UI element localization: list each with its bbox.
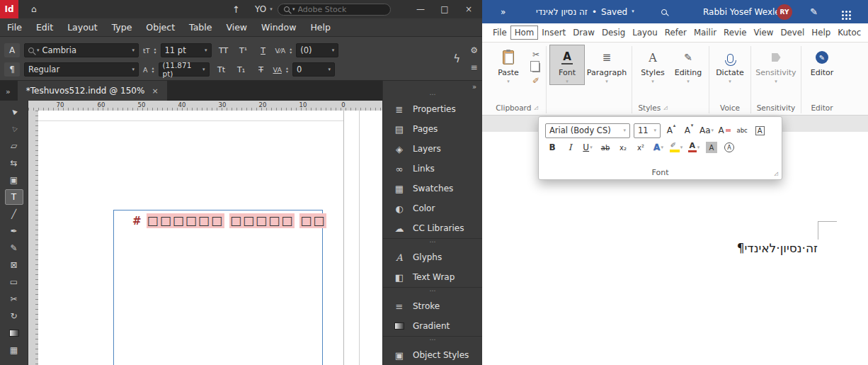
menu-file[interactable]: File — [0, 18, 29, 36]
tool-rectangle[interactable]: ▭ — [5, 274, 23, 290]
workspace-switcher[interactable]: YO ▾ — [255, 0, 273, 18]
editing-button[interactable]: ✎ Editing ▾ — [670, 45, 706, 85]
editor-button[interactable]: ✎ Editor — [804, 45, 840, 78]
tool-pen[interactable]: ✒ — [5, 223, 23, 239]
tool-scissors[interactable]: ✂ — [5, 291, 23, 307]
panel-properties[interactable]: ≣Properties — [383, 99, 482, 119]
tab-insert[interactable]: Insert — [538, 26, 569, 39]
dock-collapse-icon[interactable]: » — [472, 83, 476, 91]
character-formatting-icon[interactable]: A — [4, 43, 20, 57]
tab-close-icon[interactable]: × — [152, 86, 158, 96]
leading-stepper[interactable]: ▴▾ — [152, 66, 154, 73]
font-button[interactable]: A Font ▾ — [549, 45, 585, 85]
menu-table[interactable]: Table — [182, 18, 219, 36]
gear-icon[interactable]: ⚙ — [470, 45, 478, 55]
panel-glyphs[interactable]: AGlyphs — [383, 247, 482, 267]
superscript-button[interactable]: T¹ — [236, 43, 251, 57]
paste-button[interactable]: Paste ▾ — [491, 45, 526, 85]
grow-font-button[interactable]: A▴ — [664, 123, 678, 138]
tool-type[interactable]: T — [5, 189, 23, 205]
minimize-button[interactable]: — — [413, 4, 428, 14]
tracking-stepper[interactable]: ▴▾ — [286, 66, 288, 73]
sensitivity-button[interactable]: Sensitivity ▾ — [754, 45, 798, 85]
all-caps-button[interactable]: TT — [216, 43, 232, 57]
subscript-button[interactable]: x₂ — [616, 140, 630, 155]
panel-color[interactable]: ◐Color — [383, 198, 482, 218]
word-search[interactable] — [661, 0, 667, 23]
font-color-button[interactable]: A▾ — [687, 140, 701, 155]
font-family-combo[interactable]: ▾ Cambria ▾ — [24, 43, 139, 57]
tracking-combo[interactable]: 0 ▾ — [292, 62, 335, 77]
panel-links[interactable]: ∞Links — [383, 159, 482, 179]
font-size-stepper[interactable]: ▴▾ — [154, 47, 156, 54]
document-canvas[interactable]: # □□□□□□ □□□□□ □□ — [38, 111, 382, 365]
italic-button[interactable]: I — [563, 140, 577, 155]
panel-swatches[interactable]: ▦Swatches — [383, 179, 482, 198]
underline-button[interactable]: T — [256, 43, 271, 57]
clear-formatting-button[interactable]: A — [717, 123, 731, 138]
share-icon[interactable]: ↑ — [232, 0, 240, 18]
tab-draw[interactable]: Draw — [569, 26, 598, 39]
font-size-combo[interactable]: 11 pt ▾ — [161, 43, 212, 57]
dock-grip[interactable]: ⋯ — [383, 92, 482, 99]
underline-button[interactable]: U▾ — [581, 140, 595, 155]
tab-layout[interactable]: Layou — [629, 26, 661, 39]
menu-help[interactable]: Help — [303, 18, 338, 36]
vertical-ruler[interactable] — [28, 111, 38, 365]
menu-object[interactable]: Object — [139, 18, 182, 36]
subscript-button[interactable]: T₁ — [234, 62, 249, 77]
adobe-sensei-icon[interactable]: ϟ — [453, 52, 460, 65]
format-painter-button[interactable]: ✐ — [532, 76, 539, 86]
panel-object-styles[interactable]: ▣Object Styles — [383, 345, 482, 365]
text-effects-button[interactable]: A▾ — [651, 140, 666, 155]
font-dialog-launcher-icon[interactable]: ◿ — [775, 171, 778, 176]
strikethrough-button[interactable]: ab — [598, 140, 612, 155]
panel-text-wrap[interactable]: ◧Text Wrap — [383, 267, 482, 287]
strikethrough-button[interactable]: T — [253, 62, 269, 77]
paragraph-formatting-icon[interactable]: ¶ — [4, 62, 20, 77]
tool-direct-selection[interactable]: ▷ — [5, 121, 23, 137]
tool-line[interactable]: ╱ — [5, 206, 23, 222]
menu-type[interactable]: Type — [105, 18, 139, 36]
tab-help[interactable]: Help — [808, 26, 834, 39]
panel-pages[interactable]: ▤Pages — [383, 119, 482, 139]
menu-layout[interactable]: Layout — [60, 18, 105, 36]
phonetic-guide-button[interactable]: abc — [735, 123, 749, 138]
font-size-combo[interactable]: 11 ▾ — [634, 123, 661, 138]
tool-pencil[interactable]: ✎ — [5, 240, 23, 256]
panel-menu-icon[interactable]: ≡ — [471, 62, 478, 72]
account-name[interactable]: Rabbi Yosef Wexler — [703, 0, 784, 23]
tab-references[interactable]: Refer — [661, 26, 690, 39]
tool-selection[interactable]: ▶ — [5, 104, 23, 120]
highlight-button[interactable]: ▾ — [669, 140, 683, 155]
apps-grid-icon[interactable] — [842, 0, 844, 23]
titlebar-chevrons-icon[interactable]: » — [501, 0, 506, 23]
document-tab[interactable]: *Teshuvos512.indd @ 150% × — [18, 81, 167, 101]
account-avatar[interactable]: RY — [777, 0, 792, 23]
superscript-button[interactable]: x² — [634, 140, 648, 155]
shrink-font-button[interactable]: A▾ — [682, 123, 696, 138]
font-name-combo[interactable]: Arial (Body CS) ▾ — [545, 123, 630, 138]
dictate-button[interactable]: Dictate ▾ — [712, 45, 748, 85]
panel-cc-libraries[interactable]: ☁CC Libraries — [383, 218, 482, 238]
shading-button[interactable]: A — [704, 140, 719, 155]
menu-window[interactable]: Window — [254, 18, 303, 36]
document-title-area[interactable]: זה נסיון לאינדי • Saved ▾ — [536, 0, 634, 23]
tool-swatch[interactable]: ▦ — [5, 342, 23, 358]
menu-edit[interactable]: Edit — [29, 18, 60, 36]
paragraph-button[interactable]: ≣ Paragraph ▾ — [585, 45, 629, 85]
text-frame[interactable] — [113, 210, 323, 365]
tool-page[interactable]: ▱ — [5, 138, 23, 154]
panel-stroke[interactable]: ≡Stroke — [383, 296, 482, 316]
toolbar-collapse-icon[interactable]: » — [6, 87, 11, 96]
tool-gradient[interactable] — [5, 325, 23, 341]
styles-launcher-icon[interactable]: ◿ — [663, 105, 667, 111]
tool-free-transform[interactable]: ↻ — [5, 308, 23, 324]
kerning-stepper[interactable]: ▴▾ — [290, 47, 292, 54]
styles-button[interactable]: A Styles ▾ — [635, 45, 670, 85]
small-caps-button[interactable]: Tt — [214, 62, 229, 77]
pen-icon[interactable]: ✎ — [810, 0, 818, 23]
character-border-button[interactable]: A — [753, 123, 767, 138]
tab-developer[interactable]: Devel — [777, 26, 808, 39]
tool-content-collector[interactable]: ▣ — [5, 172, 23, 188]
